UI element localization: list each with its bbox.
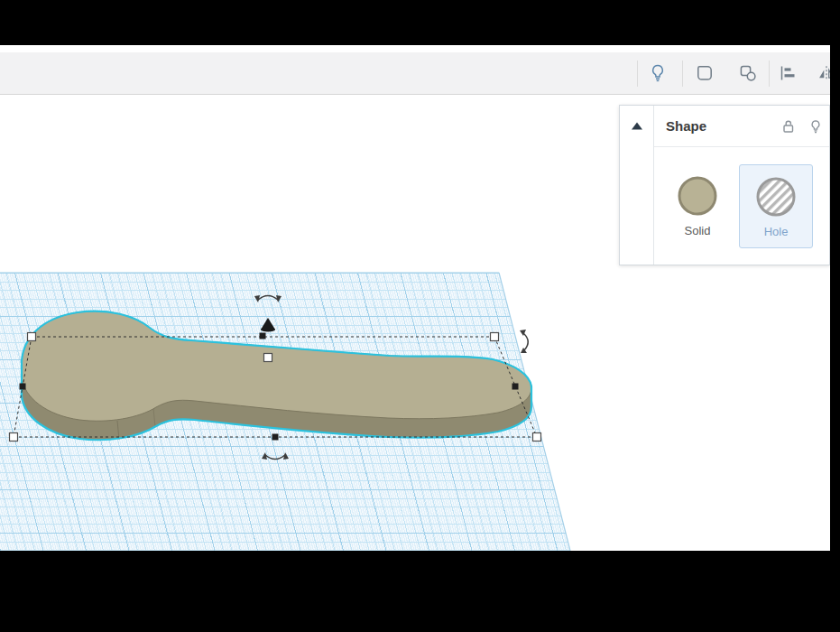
- workplane-grid[interactable]: [0, 273, 577, 551]
- hole-swatch: [755, 176, 797, 218]
- shape-panel: Shape Solid: [619, 105, 830, 265]
- lock-icon[interactable]: [780, 118, 797, 135]
- hole-option-label: Hole: [764, 225, 789, 238]
- chevron-up-icon: [630, 119, 644, 134]
- collapse-panel-button[interactable]: [620, 106, 654, 265]
- toolbar-separator: [637, 60, 638, 87]
- ungroup-button[interactable]: [737, 62, 759, 84]
- panel-title: Shape: [666, 118, 770, 134]
- align-icon: [778, 62, 799, 84]
- toolbar-separator: [769, 60, 770, 87]
- ungroup-icon: [737, 62, 759, 84]
- solid-option[interactable]: Solid: [670, 164, 725, 248]
- hole-option[interactable]: Hole: [739, 164, 813, 248]
- letterbox-top: [0, 0, 840, 45]
- align-button[interactable]: [778, 62, 799, 84]
- lightbulb-icon[interactable]: [808, 118, 824, 135]
- solid-swatch: [677, 175, 718, 217]
- solid-option-label: Solid: [685, 224, 711, 237]
- lightbulb-icon: [647, 62, 669, 84]
- header-strip: [0, 45, 830, 52]
- letterbox-bottom: [0, 551, 840, 632]
- letterbox-right: [830, 0, 840, 632]
- group-icon: [694, 62, 715, 84]
- toolbar-separator: [682, 60, 683, 87]
- app-window: Shape Solid: [0, 0, 840, 632]
- shape-panel-body: Solid Hole: [654, 147, 829, 265]
- shape-panel-header: Shape: [654, 106, 829, 147]
- group-button[interactable]: [694, 62, 715, 84]
- toolbar: [0, 52, 830, 95]
- visibility-button[interactable]: [647, 62, 669, 84]
